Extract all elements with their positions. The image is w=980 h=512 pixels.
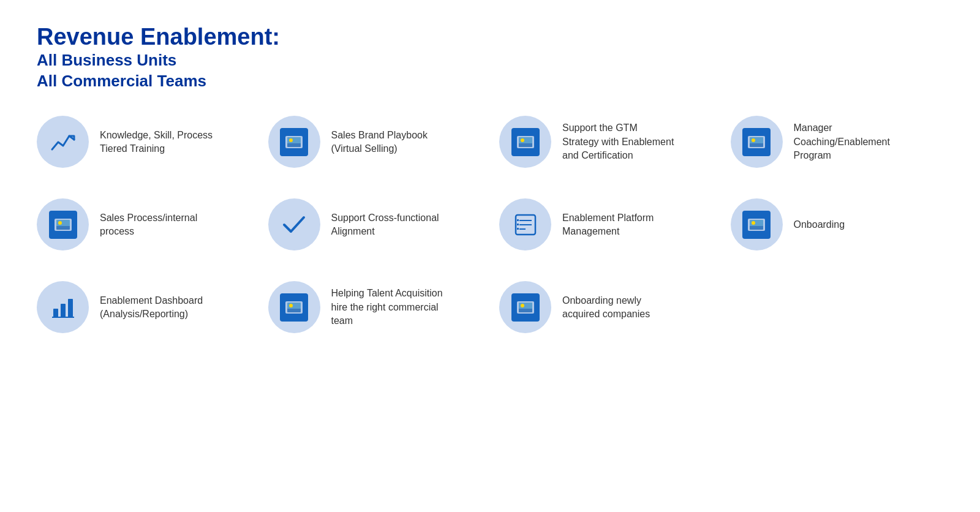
item-label-onboarding: Onboarding	[794, 218, 845, 232]
image-square-icon	[731, 198, 783, 250]
svg-rect-9	[68, 299, 73, 317]
svg-rect-7	[53, 309, 58, 317]
list-item-enablement-dashboard: Enablement Dashboard(Analysis/Reporting)	[37, 281, 250, 333]
image-square-icon	[499, 281, 551, 333]
page-title-block: Revenue Enablement: All Business Units A…	[37, 24, 943, 91]
item-label-onboarding-newly: Onboarding newlyacquired companies	[562, 294, 650, 322]
svg-rect-4	[517, 219, 519, 221]
item-label-support-gtm: Support the GTMStrategy with Enablementa…	[562, 121, 674, 162]
image-square-icon	[499, 116, 551, 168]
list-item-knowledge-skill: Knowledge, Skill, ProcessTiered Training	[37, 116, 250, 168]
bar-chart-icon	[37, 281, 89, 333]
list-item-onboarding-newly: Onboarding newlyacquired companies	[499, 281, 712, 333]
trend-icon	[37, 116, 89, 168]
item-label-manager-coaching: ManagerCoaching/EnablementProgram	[794, 121, 890, 162]
image-square-icon	[268, 281, 320, 333]
item-label-helping-talent: Helping Talent Acquisitionhire the right…	[331, 287, 443, 328]
image-square-icon	[731, 116, 783, 168]
list-item-sales-brand-playbook: Sales Brand Playbook(Virtual Selling)	[268, 116, 481, 168]
image-square-icon	[37, 198, 89, 250]
items-grid: Knowledge, Skill, ProcessTiered Training…	[37, 116, 943, 333]
svg-rect-6	[517, 228, 519, 230]
page-title-sub1: All Business Units	[37, 50, 943, 71]
list-icon	[499, 198, 551, 250]
item-label-enablement-platform: Enablement PlatformManagement	[562, 211, 654, 239]
list-item-support-cross: Support Cross-functionalAlignment	[268, 198, 481, 250]
page-title-main: Revenue Enablement:	[37, 24, 943, 50]
list-item-onboarding: Onboarding	[731, 198, 944, 250]
list-item-enablement-platform: Enablement PlatformManagement	[499, 198, 712, 250]
item-label-support-cross: Support Cross-functionalAlignment	[331, 211, 439, 239]
svg-rect-8	[61, 304, 66, 317]
check-icon	[268, 198, 320, 250]
list-item-support-gtm: Support the GTMStrategy with Enablementa…	[499, 116, 712, 168]
list-item-manager-coaching: ManagerCoaching/EnablementProgram	[731, 116, 944, 168]
page-title-sub2: All Commercial Teams	[37, 71, 943, 92]
item-label-sales-brand-playbook: Sales Brand Playbook(Virtual Selling)	[331, 129, 428, 156]
item-label-enablement-dashboard: Enablement Dashboard(Analysis/Reporting)	[100, 294, 203, 322]
item-label-knowledge-skill: Knowledge, Skill, ProcessTiered Training	[100, 129, 213, 156]
svg-rect-5	[517, 224, 519, 225]
image-square-icon	[268, 116, 320, 168]
list-item-sales-process: Sales Process/internalprocess	[37, 198, 250, 250]
list-item-helping-talent: Helping Talent Acquisitionhire the right…	[268, 281, 481, 333]
item-label-sales-process: Sales Process/internalprocess	[100, 211, 197, 239]
